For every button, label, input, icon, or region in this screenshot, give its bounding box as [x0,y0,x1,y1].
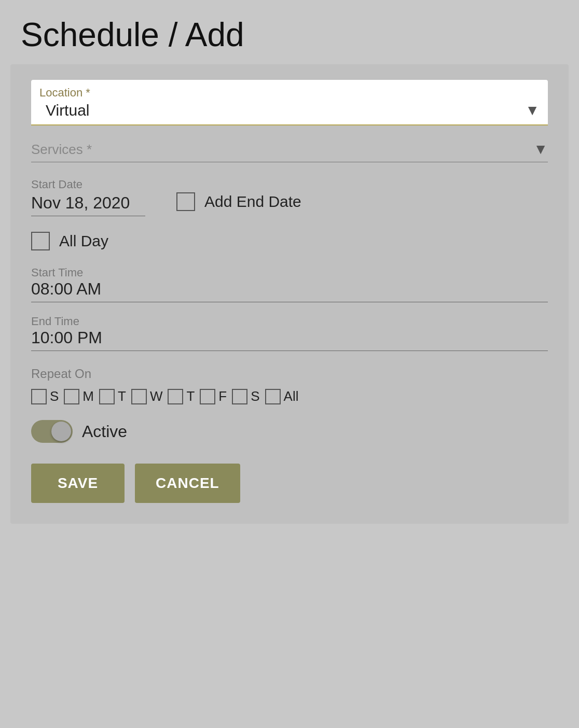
day-checkbox-M[interactable] [64,389,79,404]
day-item-All[interactable]: All [265,388,299,404]
end-time-label: End Time [31,315,79,328]
repeat-on-label: Repeat On [31,367,548,381]
day-label-S2: S [251,388,259,404]
day-item-W[interactable]: W [131,388,163,404]
day-item-T1[interactable]: T [99,388,126,404]
day-checkbox-S1[interactable] [31,389,47,404]
day-checkbox-W[interactable] [131,389,147,404]
all-day-label: All Day [59,232,108,250]
start-time-label: Start Time [31,266,83,279]
day-label-All: All [284,388,299,404]
location-dropdown[interactable]: Location * Virtual ▼ [31,80,548,125]
days-row: S M T W T F S [31,388,548,404]
day-item-F[interactable]: F [200,388,227,404]
day-label-W: W [150,388,163,404]
cancel-button[interactable]: CANCEL [135,464,240,503]
add-end-date-checkbox[interactable] [176,192,195,211]
day-item-S2[interactable]: S [232,388,259,404]
active-row[interactable]: Active [31,420,548,443]
location-label: Location * [39,86,540,100]
form-container: Location * Virtual ▼ Services * ▼ [10,64,569,524]
repeat-section: Repeat On S M T W T [31,367,548,404]
services-label: Services * [31,142,92,158]
button-row: SAVE CANCEL [31,464,548,503]
day-label-T2: T [186,388,195,404]
day-checkbox-T1[interactable] [99,389,115,404]
start-date-value: Nov 18, 2020 [31,193,145,216]
active-toggle[interactable] [31,420,73,443]
day-label-T1: T [118,388,126,404]
add-end-date-label: Add End Date [204,193,301,211]
add-end-date-row[interactable]: Add End Date [176,192,301,211]
day-item-M[interactable]: M [64,388,94,404]
location-chevron-down-icon: ▼ [525,102,540,119]
services-dropdown[interactable]: Services * ▼ [31,141,548,162]
page-title: Schedule / Add [0,0,579,64]
start-time-field[interactable]: Start Time 08:00 AM [31,266,548,302]
toggle-thumb [51,422,71,441]
day-label-F: F [218,388,227,404]
start-time-value: 08:00 AM [31,279,548,302]
day-label-S1: S [50,388,59,404]
end-time-value: 10:00 PM [31,328,548,351]
all-day-row[interactable]: All Day [31,232,548,250]
day-checkbox-F[interactable] [200,389,215,404]
day-item-T2[interactable]: T [168,388,195,404]
day-checkbox-T2[interactable] [168,389,183,404]
day-item-S1[interactable]: S [31,388,59,404]
location-value: Virtual [46,102,90,119]
all-day-checkbox[interactable] [31,232,50,250]
day-checkbox-All[interactable] [265,389,281,404]
active-label: Active [82,422,127,441]
end-time-field[interactable]: End Time 10:00 PM [31,315,548,351]
day-label-M: M [82,388,94,404]
save-button[interactable]: SAVE [31,464,125,503]
services-chevron-down-icon: ▼ [533,141,548,158]
start-date-label: Start Date [31,178,145,191]
start-date-field[interactable]: Start Date Nov 18, 2020 [31,178,145,216]
day-checkbox-S2[interactable] [232,389,247,404]
